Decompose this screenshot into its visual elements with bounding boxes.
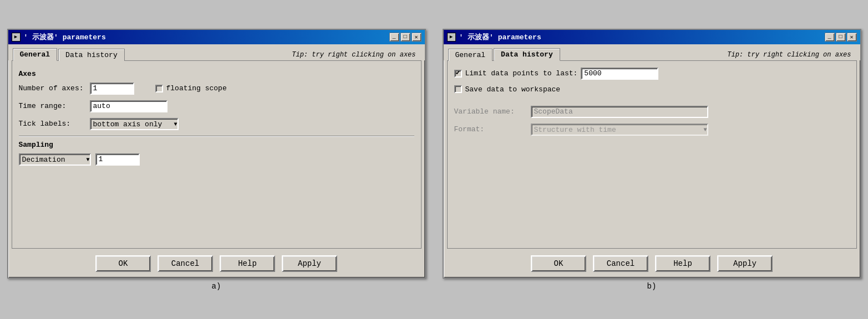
left-title-icon: ▶ [12,33,21,42]
right-save-label: Save data to workspace [465,85,561,94]
right-tip-text: Tip: try right clicking on axes [723,49,855,60]
left-apply-button[interactable]: Apply [282,255,337,272]
right-save-checkbox[interactable] [454,85,462,93]
right-format-label: Format: [454,125,526,133]
left-title-text: ' 示波器' parameters [24,32,106,42]
right-tab-general[interactable]: General [448,49,493,61]
left-sampling-section-label: Sampling [19,141,414,149]
left-ok-button[interactable]: OK [95,255,151,272]
right-limit-label: Limit data points to last: [465,69,578,78]
right-window: ▶ ' 示波器' parameters _ □ ✕ General Data h… [443,29,861,279]
left-divider [19,136,414,136]
left-num-axes-label: Number of axes: [19,84,85,92]
left-minimize-button[interactable]: _ [389,33,399,42]
left-diagram-label: a) [212,282,221,291]
right-format-row: Format: Structure with time Array Struct… [454,124,850,136]
right-diagram-label: b) [647,282,657,291]
right-diagram-wrapper: ▶ ' 示波器' parameters _ □ ✕ General Data h… [443,29,861,291]
right-tab-data-history[interactable]: Data history [494,48,560,61]
left-tabs-area: General Data history Tip: try right clic… [8,44,425,60]
left-num-axes-row: Number of axes: floating scope [19,83,414,95]
right-content-area: Limit data points to last: Save data to … [447,60,857,249]
left-content-area: Axes Number of axes: floating scope Time… [12,60,422,249]
right-minimize-button[interactable]: _ [825,33,835,42]
right-maximize-button[interactable]: □ [836,33,846,42]
right-title-text: ' 示波器' parameters [459,32,541,42]
left-tick-labels-select[interactable]: bottom axis only all axes none [90,118,179,130]
left-help-button[interactable]: Help [220,255,275,272]
left-tip-text: Tip: try right clicking on axes [287,49,420,60]
right-limit-row: Limit data points to last: [454,68,850,80]
right-cancel-button[interactable]: Cancel [593,255,648,272]
right-limit-checkbox[interactable] [454,70,462,78]
left-tick-labels-label: Tick labels: [19,120,85,128]
left-time-range-row: Time range: [19,100,414,112]
left-sampling-row: Decimation Sample based ▼ [19,153,414,166]
left-time-range-input[interactable] [90,100,167,112]
right-title-bar: ▶ ' 示波器' parameters _ □ ✕ [444,30,860,44]
right-save-row: Save data to workspace [454,85,850,94]
left-floating-scope-checkbox[interactable] [155,85,163,92]
right-title-icon: ▶ [447,33,456,42]
left-button-row: OK Cancel Help Apply [8,251,425,277]
left-cancel-button[interactable]: Cancel [158,255,213,272]
left-tab-data-history[interactable]: Data history [58,49,125,61]
left-tick-labels-row: Tick labels: bottom axis only all axes n… [19,118,414,130]
left-floating-scope-row: floating scope [155,84,227,92]
right-limit-value-input[interactable] [581,68,658,80]
right-close-button[interactable]: ✕ [847,33,857,42]
left-axes-section-label: Axes [19,70,414,78]
left-title-bar: ▶ ' 示波器' parameters _ □ ✕ [8,30,425,44]
left-num-axes-input[interactable] [90,83,134,95]
left-tab-general[interactable]: General [13,48,58,61]
right-button-row: OK Cancel Help Apply [444,251,860,277]
left-floating-scope-label: floating scope [166,84,227,92]
left-sampling-select-wrapper: Decimation Sample based ▼ [19,153,91,166]
left-diagram-wrapper: ▶ ' 示波器' parameters _ □ ✕ General Data h… [7,29,426,291]
left-sampling-type-select[interactable]: Decimation Sample based [19,153,91,166]
right-format-select-wrapper: Structure with time Array Structure ▼ [531,124,708,136]
left-tick-labels-select-wrapper: bottom axis only all axes none ▼ [90,118,179,130]
left-window: ▶ ' 示波器' parameters _ □ ✕ General Data h… [7,29,426,279]
right-var-name-label: Variable name: [454,107,526,116]
right-help-button[interactable]: Help [655,255,710,272]
left-time-range-label: Time range: [19,102,85,110]
right-format-select: Structure with time Array Structure [531,124,708,136]
right-tabs-area: General Data history Tip: try right clic… [444,44,860,60]
right-var-name-row: Variable name: [454,106,850,118]
left-maximize-button[interactable]: □ [400,33,410,42]
left-close-button[interactable]: ✕ [412,33,422,42]
right-apply-button[interactable]: Apply [717,255,773,272]
right-ok-button[interactable]: OK [531,255,586,272]
left-sampling-num-input[interactable] [95,153,140,166]
right-var-name-input [531,106,708,118]
